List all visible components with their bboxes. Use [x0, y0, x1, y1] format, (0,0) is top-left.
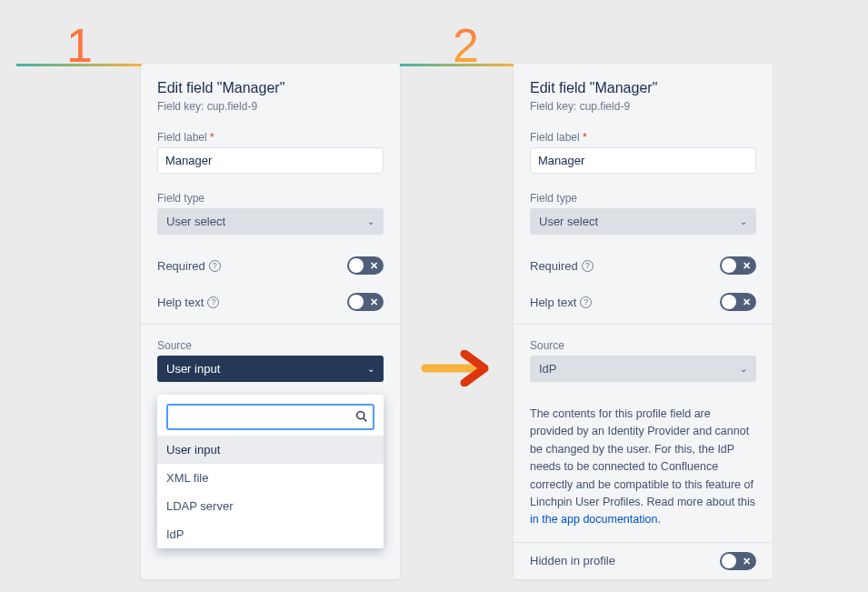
source-label: Source — [157, 339, 384, 352]
hidden-toggle[interactable]: ✕ — [720, 552, 756, 570]
arrow-icon — [421, 350, 494, 386]
source-option-idp[interactable]: IdP — [157, 520, 384, 548]
source-info-text: The contents for this profile field are … — [514, 396, 773, 542]
helptext-toggle[interactable]: ✕ — [347, 293, 384, 311]
helptext-label: Help text — [530, 296, 576, 309]
step-badge-1: 1 — [66, 18, 93, 73]
source-select[interactable]: IdP ⌄ — [530, 356, 756, 382]
panel-title: Edit field "Manager" — [157, 80, 384, 96]
chevron-down-icon: ⌄ — [367, 364, 374, 374]
field-type-value: User select — [539, 215, 598, 228]
required-toggle[interactable]: ✕ — [720, 256, 756, 275]
source-dropdown: User input XML file LDAP server IdP — [157, 395, 384, 548]
helptext-label: Help text — [157, 296, 204, 309]
field-type-select[interactable]: User select ⌄ — [157, 208, 384, 235]
close-icon: ✕ — [370, 297, 378, 307]
field-label-input[interactable] — [157, 147, 384, 174]
dropdown-search-input[interactable] — [166, 404, 374, 430]
close-icon: ✕ — [370, 261, 378, 271]
panel-subtitle: Field key: cup.field-9 — [530, 100, 756, 113]
source-value: IdP — [539, 362, 557, 376]
field-label-label: Field label * — [157, 131, 384, 144]
close-icon: ✕ — [743, 297, 751, 307]
source-value: User input — [166, 362, 220, 376]
field-label-label: Field label * — [530, 131, 756, 144]
step-badge-2: 2 — [453, 18, 479, 73]
chevron-down-icon: ⌄ — [740, 364, 747, 374]
field-type-label: Field type — [530, 192, 756, 205]
chevron-down-icon: ⌄ — [740, 216, 747, 226]
source-label: Source — [530, 339, 756, 352]
field-label-input[interactable] — [530, 147, 756, 174]
field-type-select[interactable]: User select ⌄ — [530, 208, 756, 235]
documentation-link[interactable]: in the app documentation — [530, 513, 657, 526]
required-label: Required — [530, 259, 578, 273]
source-option-ldap-server[interactable]: LDAP server — [157, 492, 384, 520]
hidden-label: Hidden in profile — [530, 554, 615, 567]
source-option-user-input[interactable]: User input — [157, 436, 384, 464]
edit-field-panel-before: Edit field "Manager" Field key: cup.fiel… — [141, 64, 400, 579]
close-icon: ✕ — [743, 556, 751, 566]
help-icon[interactable]: ? — [209, 260, 221, 272]
required-label: Required — [157, 259, 205, 273]
help-icon[interactable]: ? — [582, 260, 594, 272]
source-option-xml-file[interactable]: XML file — [157, 464, 384, 492]
field-type-value: User select — [166, 215, 225, 228]
helptext-toggle[interactable]: ✕ — [720, 293, 756, 311]
help-icon[interactable]: ? — [207, 296, 219, 308]
required-toggle[interactable]: ✕ — [347, 256, 384, 275]
panel-title: Edit field "Manager" — [530, 80, 756, 96]
edit-field-panel-after: Edit field "Manager" Field key: cup.fiel… — [514, 64, 773, 579]
help-icon[interactable]: ? — [580, 296, 592, 308]
source-select[interactable]: User input ⌄ — [157, 356, 384, 382]
panel-subtitle: Field key: cup.field-9 — [157, 100, 384, 113]
chevron-down-icon: ⌄ — [367, 216, 374, 226]
close-icon: ✕ — [743, 261, 751, 271]
field-type-label: Field type — [157, 192, 384, 205]
